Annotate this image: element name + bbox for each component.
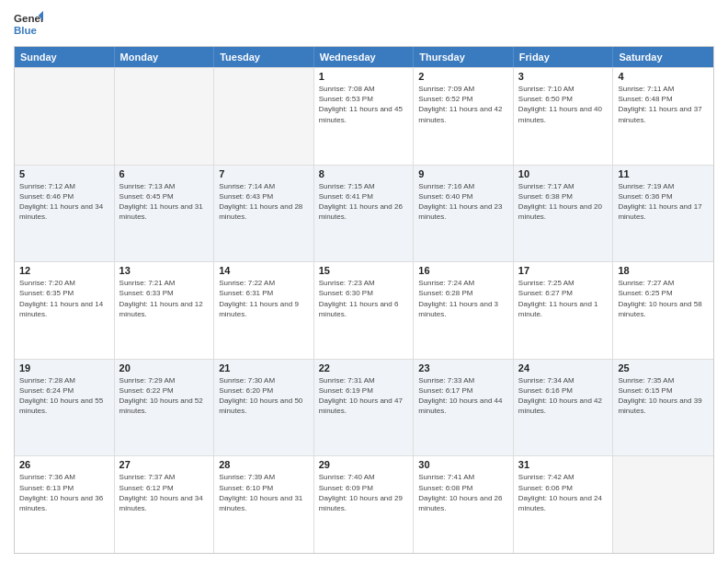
day-info: Sunrise: 7:25 AMSunset: 6:27 PMDaylight:… xyxy=(518,278,609,319)
day-info: Sunrise: 7:24 AMSunset: 6:28 PMDaylight:… xyxy=(418,278,508,319)
calendar-cell xyxy=(15,68,115,165)
day-info: Sunrise: 7:16 AMSunset: 6:40 PMDaylight:… xyxy=(418,181,508,223)
day-info: Sunrise: 7:12 AMSunset: 6:46 PMDaylight:… xyxy=(19,181,109,223)
day-number: 1 xyxy=(319,71,409,82)
calendar-cell: 10Sunrise: 7:17 AMSunset: 6:38 PMDayligh… xyxy=(514,166,614,262)
day-number: 25 xyxy=(618,362,709,373)
calendar-cell: 23Sunrise: 7:33 AMSunset: 6:17 PMDayligh… xyxy=(414,360,514,456)
day-number: 24 xyxy=(518,362,609,373)
day-info: Sunrise: 7:30 AMSunset: 6:20 PMDaylight:… xyxy=(219,375,309,417)
calendar-cell: 22Sunrise: 7:31 AMSunset: 6:19 PMDayligh… xyxy=(314,360,415,456)
day-number: 26 xyxy=(19,459,109,470)
day-info: Sunrise: 7:40 AMSunset: 6:09 PMDaylight:… xyxy=(319,472,409,513)
day-number: 29 xyxy=(319,459,409,470)
day-number: 9 xyxy=(418,168,508,179)
day-info: Sunrise: 7:36 AMSunset: 6:13 PMDaylight:… xyxy=(19,472,109,513)
day-number: 18 xyxy=(618,265,709,276)
day-number: 12 xyxy=(19,265,109,276)
calendar-cell: 25Sunrise: 7:35 AMSunset: 6:15 PMDayligh… xyxy=(613,360,713,456)
day-info: Sunrise: 7:10 AMSunset: 6:50 PMDaylight:… xyxy=(518,84,609,125)
day-info: Sunrise: 7:28 AMSunset: 6:24 PMDaylight:… xyxy=(19,375,109,417)
day-info: Sunrise: 7:23 AMSunset: 6:30 PMDaylight:… xyxy=(319,278,409,319)
day-number: 4 xyxy=(618,71,709,82)
weekday-header-saturday: Saturday xyxy=(613,47,713,67)
day-number: 13 xyxy=(119,265,210,276)
day-number: 19 xyxy=(19,362,109,373)
day-number: 10 xyxy=(518,168,609,179)
calendar-cell: 30Sunrise: 7:41 AMSunset: 6:08 PMDayligh… xyxy=(414,456,514,553)
svg-text:Blue: Blue xyxy=(14,25,38,36)
calendar-cell: 6Sunrise: 7:13 AMSunset: 6:45 PMDaylight… xyxy=(115,166,215,262)
calendar-cell: 9Sunrise: 7:16 AMSunset: 6:40 PMDaylight… xyxy=(414,166,514,262)
calendar-cell: 14Sunrise: 7:22 AMSunset: 6:31 PMDayligh… xyxy=(214,262,314,359)
logo: General Blue xyxy=(14,9,43,39)
day-info: Sunrise: 7:14 AMSunset: 6:43 PMDaylight:… xyxy=(219,181,309,223)
calendar-cell: 19Sunrise: 7:28 AMSunset: 6:24 PMDayligh… xyxy=(15,360,115,456)
day-number: 11 xyxy=(618,168,709,179)
day-info: Sunrise: 7:39 AMSunset: 6:10 PMDaylight:… xyxy=(219,472,309,513)
day-number: 20 xyxy=(119,362,210,373)
calendar-cell: 11Sunrise: 7:19 AMSunset: 6:36 PMDayligh… xyxy=(613,166,713,262)
weekday-header-monday: Monday xyxy=(115,47,215,67)
calendar-cell: 16Sunrise: 7:24 AMSunset: 6:28 PMDayligh… xyxy=(414,262,514,359)
calendar-cell: 21Sunrise: 7:30 AMSunset: 6:20 PMDayligh… xyxy=(214,360,314,456)
day-number: 14 xyxy=(219,265,309,276)
day-info: Sunrise: 7:13 AMSunset: 6:45 PMDaylight:… xyxy=(119,181,210,223)
svg-text:General: General xyxy=(14,13,43,24)
calendar-cell: 2Sunrise: 7:09 AMSunset: 6:52 PMDaylight… xyxy=(414,68,514,165)
calendar-body: 1Sunrise: 7:08 AMSunset: 6:53 PMDaylight… xyxy=(15,67,713,553)
day-number: 30 xyxy=(418,459,508,470)
day-info: Sunrise: 7:27 AMSunset: 6:25 PMDaylight:… xyxy=(618,278,709,319)
calendar-cell: 24Sunrise: 7:34 AMSunset: 6:16 PMDayligh… xyxy=(514,360,614,456)
day-info: Sunrise: 7:19 AMSunset: 6:36 PMDaylight:… xyxy=(618,181,709,223)
calendar-row-4: 26Sunrise: 7:36 AMSunset: 6:13 PMDayligh… xyxy=(15,455,713,553)
day-number: 6 xyxy=(119,168,210,179)
weekday-header-tuesday: Tuesday xyxy=(214,47,314,67)
day-info: Sunrise: 7:41 AMSunset: 6:08 PMDaylight:… xyxy=(418,472,508,513)
day-number: 27 xyxy=(119,459,210,470)
day-number: 7 xyxy=(219,168,309,179)
weekday-header-wednesday: Wednesday xyxy=(314,47,415,67)
weekday-header-thursday: Thursday xyxy=(414,47,514,67)
day-info: Sunrise: 7:29 AMSunset: 6:22 PMDaylight:… xyxy=(119,375,210,417)
calendar-cell xyxy=(613,456,713,553)
day-number: 17 xyxy=(518,265,609,276)
calendar: SundayMondayTuesdayWednesdayThursdayFrid… xyxy=(14,46,714,554)
day-number: 31 xyxy=(518,459,609,470)
day-number: 16 xyxy=(418,265,508,276)
day-info: Sunrise: 7:35 AMSunset: 6:15 PMDaylight:… xyxy=(618,375,709,417)
calendar-cell: 15Sunrise: 7:23 AMSunset: 6:30 PMDayligh… xyxy=(314,262,415,359)
weekday-header-friday: Friday xyxy=(514,47,614,67)
calendar-cell: 27Sunrise: 7:37 AMSunset: 6:12 PMDayligh… xyxy=(115,456,215,553)
calendar-header: SundayMondayTuesdayWednesdayThursdayFrid… xyxy=(15,47,713,67)
day-info: Sunrise: 7:34 AMSunset: 6:16 PMDaylight:… xyxy=(518,375,609,417)
day-info: Sunrise: 7:09 AMSunset: 6:52 PMDaylight:… xyxy=(418,84,508,125)
day-number: 2 xyxy=(418,71,508,82)
calendar-cell: 3Sunrise: 7:10 AMSunset: 6:50 PMDaylight… xyxy=(514,68,614,165)
calendar-cell: 1Sunrise: 7:08 AMSunset: 6:53 PMDaylight… xyxy=(314,68,415,165)
day-number: 28 xyxy=(219,459,309,470)
calendar-cell: 8Sunrise: 7:15 AMSunset: 6:41 PMDaylight… xyxy=(314,166,415,262)
calendar-row-2: 12Sunrise: 7:20 AMSunset: 6:35 PMDayligh… xyxy=(15,261,713,359)
day-info: Sunrise: 7:42 AMSunset: 6:06 PMDaylight:… xyxy=(518,472,609,513)
calendar-cell: 4Sunrise: 7:11 AMSunset: 6:48 PMDaylight… xyxy=(613,68,713,165)
day-info: Sunrise: 7:20 AMSunset: 6:35 PMDaylight:… xyxy=(19,278,109,319)
day-info: Sunrise: 7:22 AMSunset: 6:31 PMDaylight:… xyxy=(219,278,309,319)
calendar-cell: 31Sunrise: 7:42 AMSunset: 6:06 PMDayligh… xyxy=(514,456,614,553)
calendar-cell: 7Sunrise: 7:14 AMSunset: 6:43 PMDaylight… xyxy=(214,166,314,262)
day-info: Sunrise: 7:08 AMSunset: 6:53 PMDaylight:… xyxy=(319,84,409,125)
calendar-cell: 13Sunrise: 7:21 AMSunset: 6:33 PMDayligh… xyxy=(115,262,215,359)
day-info: Sunrise: 7:33 AMSunset: 6:17 PMDaylight:… xyxy=(418,375,508,417)
calendar-row-3: 19Sunrise: 7:28 AMSunset: 6:24 PMDayligh… xyxy=(15,359,713,456)
day-number: 23 xyxy=(418,362,508,373)
calendar-cell: 17Sunrise: 7:25 AMSunset: 6:27 PMDayligh… xyxy=(514,262,614,359)
calendar-cell xyxy=(214,68,314,165)
day-info: Sunrise: 7:15 AMSunset: 6:41 PMDaylight:… xyxy=(319,181,409,223)
day-number: 3 xyxy=(518,71,609,82)
day-number: 21 xyxy=(219,362,309,373)
day-number: 15 xyxy=(319,265,409,276)
day-info: Sunrise: 7:37 AMSunset: 6:12 PMDaylight:… xyxy=(119,472,210,513)
calendar-cell: 5Sunrise: 7:12 AMSunset: 6:46 PMDaylight… xyxy=(15,166,115,262)
day-info: Sunrise: 7:21 AMSunset: 6:33 PMDaylight:… xyxy=(119,278,210,319)
weekday-header-sunday: Sunday xyxy=(15,47,115,67)
